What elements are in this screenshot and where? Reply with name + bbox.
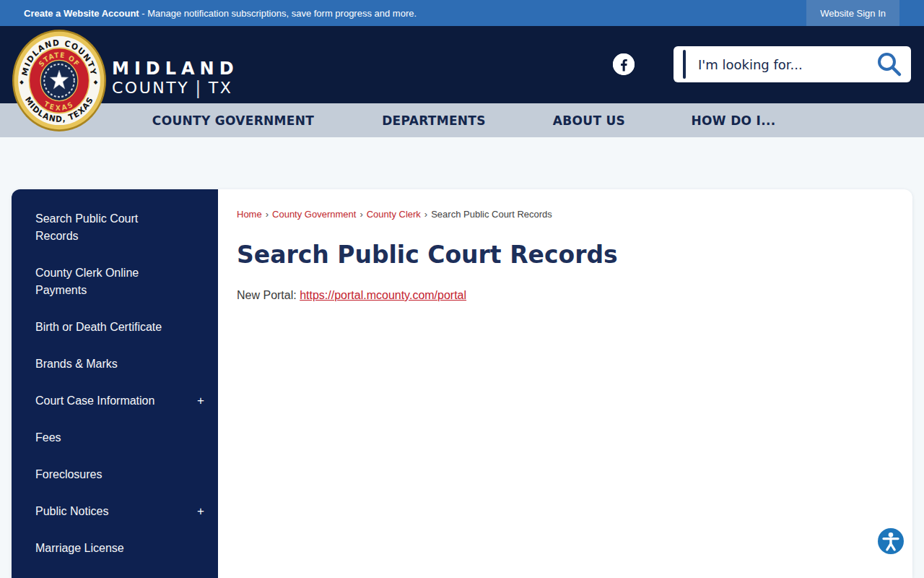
facebook-icon[interactable] [613, 53, 635, 75]
logo-county-name: MIDLAND [112, 59, 239, 78]
logo-divider: | [195, 79, 203, 98]
sidebar-item-marriage-license[interactable]: Marriage License [35, 540, 204, 557]
search-accent-bar [683, 50, 686, 79]
section-sidebar: Search Public Court Records County Clerk… [12, 189, 218, 578]
logo-county-word: COUNTY [112, 79, 189, 98]
breadcrumb-county-clerk[interactable]: County Clerk [367, 209, 421, 220]
logo-county-state: COUNTY | TX [112, 79, 239, 98]
promo-tagline: - Manage notification subscriptions, sav… [139, 8, 417, 19]
breadcrumb-separator: › [266, 209, 269, 220]
nav-how-do-i[interactable]: HOW DO I... [692, 113, 776, 128]
search-submit-button[interactable] [875, 50, 904, 79]
sidebar-item-label: Fees [35, 429, 61, 447]
sidebar-item-public-notices[interactable]: Public Notices + [35, 503, 204, 520]
sidebar-item-label: Foreclosures [35, 466, 102, 483]
seal-right-ornament: ◆ [94, 79, 98, 85]
search-icon [875, 50, 904, 79]
sidebar-item-birth-or-death-certificate[interactable]: Birth or Death Certificate [35, 319, 204, 336]
sidebar-item-brands-and-marks[interactable]: Brands & Marks [35, 355, 204, 373]
breadcrumb-current-page: Search Public Court Records [431, 209, 552, 220]
main-navigation: COUNTY GOVERNMENT DEPARTMENTS ABOUT US H… [0, 103, 924, 137]
sidebar-item-foreclosures[interactable]: Foreclosures [35, 466, 204, 483]
portal-url-link[interactable]: https://portal.mcounty.com/portal [300, 289, 466, 301]
sidebar-item-county-clerk-online-payments[interactable]: County Clerk Online Payments [35, 264, 204, 299]
expand-plus-icon[interactable]: + [197, 392, 204, 410]
breadcrumb-home[interactable]: Home [237, 209, 262, 220]
breadcrumb-separator: › [359, 209, 362, 220]
content-card: Search Public Court Records County Clerk… [12, 189, 912, 578]
page-content: Home›County Government›County Clerk›Sear… [218, 189, 912, 314]
sidebar-item-fees[interactable]: Fees [35, 429, 204, 447]
sidebar-item-label: Public Notices [35, 503, 108, 520]
page-title: Search Public Court Records [237, 241, 884, 269]
site-search [674, 46, 911, 82]
seal-left-ornament: ◆ [19, 79, 24, 85]
accessibility-icon [878, 528, 904, 554]
sidebar-item-search-public-court-records[interactable]: Search Public Court Records [35, 210, 204, 245]
portal-paragraph: New Portal: https://portal.mcounty.com/p… [237, 289, 884, 302]
expand-plus-icon[interactable]: + [197, 503, 204, 520]
sidebar-item-label: Brands & Marks [35, 355, 118, 373]
promo-text: Create a Website Account - Manage notifi… [24, 8, 417, 19]
breadcrumb: Home›County Government›County Clerk›Sear… [237, 209, 884, 220]
nav-about-us[interactable]: ABOUT US [553, 113, 625, 128]
breadcrumb-separator: › [424, 209, 427, 220]
sidebar-item-label: Birth or Death Certificate [35, 319, 162, 336]
nav-county-government[interactable]: COUNTY GOVERNMENT [152, 113, 314, 128]
search-input[interactable] [697, 56, 875, 73]
facebook-f-glyph [613, 53, 635, 75]
site-header: MIDLAND COUNTY | TX [0, 26, 924, 103]
sidebar-item-label: Court Case Information [35, 392, 154, 410]
sidebar-item-court-case-information[interactable]: Court Case Information + [35, 392, 204, 410]
accessibility-widget-button[interactable] [878, 528, 904, 554]
sidebar-item-label: Search Public Court Records [35, 210, 173, 245]
nav-departments[interactable]: DEPARTMENTS [382, 113, 486, 128]
logo-state-abbr: TX [209, 79, 233, 98]
portal-label: New Portal: [237, 289, 297, 301]
create-account-link[interactable]: Create a Website Account [24, 8, 139, 19]
sidebar-item-label: Marriage License [35, 540, 124, 557]
site-logo-text[interactable]: MIDLAND COUNTY | TX [112, 59, 239, 98]
breadcrumb-county-government[interactable]: County Government [272, 209, 356, 220]
county-seal-logo[interactable]: MIDLAND COUNTY MIDLAND, TEXAS ◆ ◆ STATE … [12, 29, 107, 132]
top-promo-bar: Create a Website Account - Manage notifi… [0, 0, 924, 26]
website-sign-in-button[interactable]: Website Sign In [806, 0, 899, 26]
sidebar-item-label: County Clerk Online Payments [35, 264, 173, 299]
